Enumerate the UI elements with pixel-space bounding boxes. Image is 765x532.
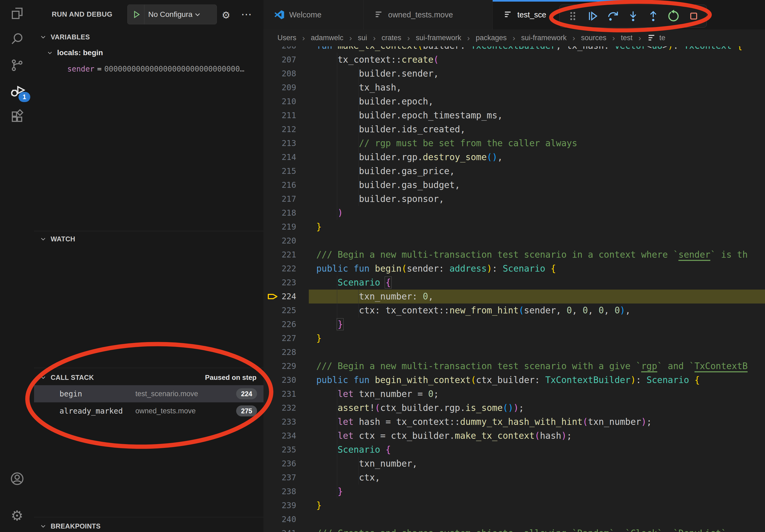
line-number[interactable]: 230 <box>264 373 296 387</box>
breadcrumb-item[interactable]: sui-framework <box>416 34 461 42</box>
line-number[interactable]: 209 <box>264 81 296 95</box>
line-number[interactable]: 241 <box>264 526 296 532</box>
call-stack-frame-begin[interactable]: begintest_scenario.move224 <box>34 385 264 402</box>
continue-button[interactable] <box>584 8 601 25</box>
code-line-text: // rgp must be set from the caller alway… <box>316 136 765 150</box>
call-stack-section-header[interactable]: CALL STACK Paused on step <box>34 371 264 385</box>
search-icon[interactable] <box>0 26 34 51</box>
step-out-button[interactable] <box>645 8 662 25</box>
code-line-text: builder.gas_price, <box>316 164 765 178</box>
tab-owned-tests-move[interactable]: owned_tests.move <box>364 0 493 30</box>
breadcrumb-item[interactable]: sui <box>358 34 367 42</box>
code-line-text: public fun begin(sender: address): Scena… <box>316 262 765 276</box>
line-number[interactable]: 221 <box>264 248 296 262</box>
run-and-debug-icon[interactable]: 1 <box>0 79 34 104</box>
line-number[interactable]: 214 <box>264 150 296 164</box>
breadcrumb-item[interactable]: crates <box>382 34 401 42</box>
step-over-icon <box>607 10 619 22</box>
variables-scope-row[interactable]: locals: begin <box>34 46 264 60</box>
breakpoints-section-header[interactable]: BREAKPOINTS <box>34 519 264 532</box>
move-file-icon <box>647 34 656 43</box>
code-line-text: ctx: tx_context::new_from_hint(sender, 0… <box>316 304 765 317</box>
line-number[interactable]: 217 <box>264 192 296 206</box>
line-number[interactable]: 234 <box>264 429 296 443</box>
debug-toolbar <box>559 5 707 28</box>
code-line: 213 // rgp must be set from the caller a… <box>264 136 765 150</box>
line-number[interactable]: 236 <box>264 457 296 471</box>
breadcrumb-item[interactable]: packages <box>476 34 507 42</box>
accounts-icon[interactable] <box>0 466 34 491</box>
line-number[interactable]: 229 <box>264 359 296 373</box>
source-control-icon[interactable] <box>0 53 34 78</box>
line-number[interactable]: 220 <box>264 234 296 248</box>
line-number[interactable]: 218 <box>264 206 296 220</box>
line-number[interactable]: 240 <box>264 512 296 526</box>
code-line: 219} <box>264 220 765 234</box>
breadcrumb-separator: › <box>512 34 515 43</box>
code-line-text: /// Begin a new multi-transaction test s… <box>316 248 765 262</box>
tab-welcome[interactable]: Welcome <box>264 0 364 30</box>
line-number[interactable]: 238 <box>264 485 296 498</box>
code-line-text: let hash = tx_context::dummy_tx_hash_wit… <box>316 415 765 429</box>
code-line-text: let ctx = ctx_builder.make_tx_context(ha… <box>316 429 765 443</box>
line-number[interactable]: 237 <box>264 471 296 485</box>
drag-handle[interactable] <box>564 8 581 25</box>
line-number[interactable]: 233 <box>264 415 296 429</box>
debug-settings-gear-icon[interactable]: ⚙ <box>222 10 230 21</box>
call-stack-frame-already_marked[interactable]: already_markedowned_tests.move275 <box>34 402 264 419</box>
line-number[interactable]: 210 <box>264 95 296 109</box>
breadcrumb-item[interactable]: adamwelc <box>311 34 344 42</box>
code-line: 225 ctx: tx_context::new_from_hint(sende… <box>264 304 765 317</box>
breadcrumb-item[interactable]: Users <box>278 34 297 42</box>
line-number[interactable]: 231 <box>264 387 296 401</box>
line-number[interactable]: 216 <box>264 178 296 192</box>
line-number[interactable]: 235 <box>264 443 296 457</box>
line-number[interactable]: 219 <box>264 220 296 234</box>
line-number[interactable]: 224 <box>264 290 296 304</box>
launch-configuration-dropdown[interactable]: No Configura <box>127 5 217 24</box>
line-number[interactable]: 207 <box>264 53 296 67</box>
tab-label: Welcome <box>289 10 322 19</box>
code-line: 241/// Creates and shares system objects… <box>264 526 765 532</box>
code-line: 207 tx_context::create( <box>264 53 765 67</box>
line-number[interactable]: 223 <box>264 276 296 290</box>
move-file-icon <box>374 10 383 19</box>
variables-section-header[interactable]: VARIABLES <box>34 30 264 44</box>
code-line-text: builder.ids_created, <box>316 123 765 136</box>
code-editor[interactable]: 206fun make_tx_context(builder: TxContex… <box>264 0 765 532</box>
line-number[interactable]: 213 <box>264 136 296 150</box>
code-line-text: builder.rgp.destroy_some(), <box>316 150 765 164</box>
code-line: 216 builder.gas_budget, <box>264 178 765 192</box>
line-number[interactable]: 212 <box>264 123 296 136</box>
breadcrumb-item[interactable]: sui-framework <box>521 34 567 42</box>
line-number[interactable]: 222 <box>264 262 296 276</box>
breadcrumb-file[interactable]: te <box>647 34 666 43</box>
breadcrumb-item[interactable]: test <box>621 34 633 42</box>
line-number[interactable]: 239 <box>264 498 296 512</box>
line-number[interactable]: 228 <box>264 345 296 359</box>
line-number[interactable]: 226 <box>264 317 296 331</box>
line-number[interactable]: 211 <box>264 109 296 123</box>
code-line: 238 } <box>264 485 765 498</box>
breadcrumb-item[interactable]: sources <box>581 34 607 42</box>
line-number[interactable]: 232 <box>264 401 296 415</box>
views-more-actions-icon[interactable]: ⋯ <box>241 8 252 20</box>
variable-row[interactable]: sender = 000000000000000000000000000000… <box>34 61 264 77</box>
code-line-text: } <box>316 220 765 234</box>
debug-session-badge: 1 <box>19 92 30 102</box>
line-number[interactable]: 208 <box>264 67 296 81</box>
code-line: 237 ctx, <box>264 471 765 485</box>
step-into-button[interactable] <box>624 8 642 25</box>
extensions-icon[interactable] <box>0 104 34 129</box>
explorer-icon[interactable] <box>0 1 34 26</box>
line-number[interactable]: 225 <box>264 304 296 317</box>
line-number[interactable]: 227 <box>264 331 296 345</box>
line-number[interactable]: 215 <box>264 164 296 178</box>
step-over-button[interactable] <box>604 8 622 25</box>
code-line: 221/// Begin a new multi-transaction tes… <box>264 248 765 262</box>
editor-area[interactable]: 206fun make_tx_context(builder: TxContex… <box>264 0 765 532</box>
watch-section-header[interactable]: WATCH <box>34 232 264 246</box>
stop-button[interactable] <box>685 8 702 25</box>
settings-gear-icon[interactable]: ⚙ <box>0 503 34 528</box>
restart-button[interactable] <box>665 8 682 25</box>
